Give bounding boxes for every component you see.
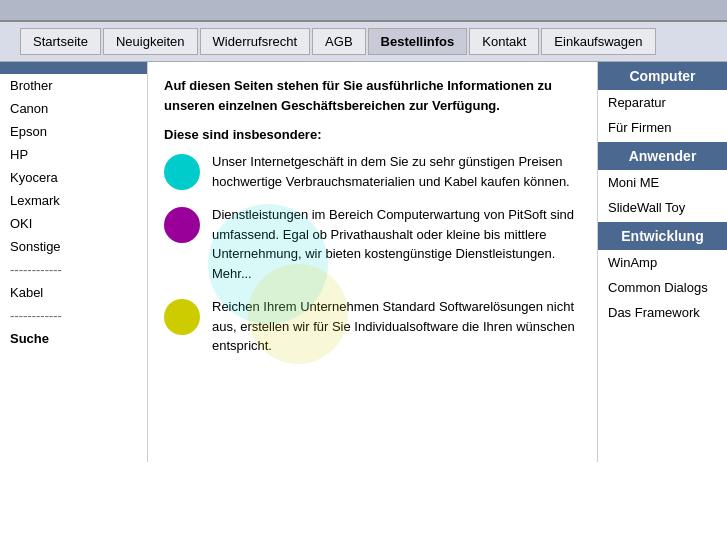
section-title: Diese sind insbesondere: xyxy=(164,127,581,142)
right-item-reparatur[interactable]: Reparatur xyxy=(598,90,727,115)
bullet-row-0: Unser Internetgeschäft in dem Sie zu seh… xyxy=(164,152,581,191)
sidebar-item-lexmark[interactable]: Lexmark xyxy=(0,189,147,212)
sidebar-left-header xyxy=(0,62,147,74)
bullet-text-1: Dienstleistungen im Bereich Computerwart… xyxy=(212,205,581,283)
sidebar-item-oki[interactable]: OKI xyxy=(0,212,147,235)
sidebar-item-kabel[interactable]: Kabel xyxy=(0,281,147,304)
sidebar-item-brother[interactable]: Brother xyxy=(0,74,147,97)
right-section-computer: Computer xyxy=(598,62,727,90)
bullets-container: Unser Internetgeschäft in dem Sie zu seh… xyxy=(164,152,581,356)
sidebar-item-epson[interactable]: Epson xyxy=(0,120,147,143)
nav-item-neuigkeiten[interactable]: Neuigkeiten xyxy=(103,28,198,55)
intro-text: Auf diesen Seiten stehen für Sie ausführ… xyxy=(164,78,552,113)
bullet-row-2: Reichen Ihrem Unternehmen Standard Softw… xyxy=(164,297,581,356)
sidebar-item-sonstige[interactable]: Sonstige xyxy=(0,235,147,258)
sidebar-item-hp[interactable]: HP xyxy=(0,143,147,166)
sidebar-item-kyocera[interactable]: Kyocera xyxy=(0,166,147,189)
site-header xyxy=(0,0,727,22)
nav-item-agb[interactable]: AGB xyxy=(312,28,365,55)
bullet-circle-yellow xyxy=(164,299,200,335)
nav-item-einkaufswagen[interactable]: Einkaufswagen xyxy=(541,28,655,55)
right-item-common-dialogs[interactable]: Common Dialogs xyxy=(598,275,727,300)
right-item-das-framework[interactable]: Das Framework xyxy=(598,300,727,325)
bullet-circle-purple xyxy=(164,207,200,243)
bullet-text-0: Unser Internetgeschäft in dem Sie zu seh… xyxy=(212,152,581,191)
right-section-entwicklung: Entwicklung xyxy=(598,222,727,250)
nav-item-startseite[interactable]: Startseite xyxy=(20,28,101,55)
main-content: Auf diesen Seiten stehen für Sie ausführ… xyxy=(148,62,597,384)
sidebar-divider: ------------ xyxy=(0,258,147,281)
right-section-anwender: Anwender xyxy=(598,142,727,170)
main-layout: BrotherCanonEpsonHPKyoceraLexmarkOKISons… xyxy=(0,62,727,462)
bullet-text-2: Reichen Ihrem Unternehmen Standard Softw… xyxy=(212,297,581,356)
right-item-für-firmen[interactable]: Für Firmen xyxy=(598,115,727,140)
nav-item-bestellinfos[interactable]: Bestellinfos xyxy=(368,28,468,55)
sidebar-divider: ------------ xyxy=(0,304,147,327)
sidebar-item-suche[interactable]: Suche xyxy=(0,327,147,350)
bullet-circle-cyan xyxy=(164,154,200,190)
sidebar-left: BrotherCanonEpsonHPKyoceraLexmarkOKISons… xyxy=(0,62,148,462)
nav-item-kontakt[interactable]: Kontakt xyxy=(469,28,539,55)
intro-paragraph: Auf diesen Seiten stehen für Sie ausführ… xyxy=(164,76,581,115)
right-item-slidewall-toy[interactable]: SlideWall Toy xyxy=(598,195,727,220)
right-item-moni-me[interactable]: Moni ME xyxy=(598,170,727,195)
nav-item-widerrufsrecht[interactable]: Widerrufsrecht xyxy=(200,28,311,55)
sidebar-right: ComputerReparaturFür FirmenAnwenderMoni … xyxy=(597,62,727,462)
sidebar-item-canon[interactable]: Canon xyxy=(0,97,147,120)
right-item-winamp[interactable]: WinAmp xyxy=(598,250,727,275)
navbar: StartseiteNeuigkeitenWiderrufsrechtAGBBe… xyxy=(0,22,727,62)
bullet-row-1: Dienstleistungen im Bereich Computerwart… xyxy=(164,205,581,283)
